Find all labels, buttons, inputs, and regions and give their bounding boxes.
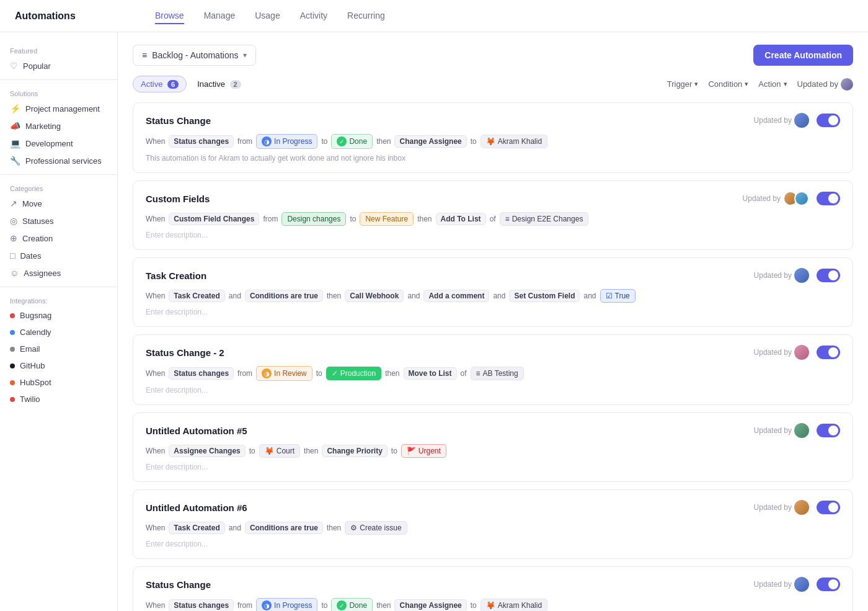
twilio-dot bbox=[10, 397, 15, 402]
trigger-chip-6: Task Created bbox=[169, 522, 224, 534]
to-word-7: to bbox=[321, 601, 327, 610]
to-word-1: to bbox=[321, 137, 327, 146]
sidebar-item-marketing[interactable]: 📣 Marketing bbox=[0, 117, 117, 135]
trigger-filter[interactable]: Trigger ▾ bbox=[667, 79, 699, 89]
then-word-2: then bbox=[417, 215, 432, 223]
trigger-chip-3: Task Created bbox=[169, 290, 224, 302]
sidebar-item-project-management[interactable]: ⚡ Project management bbox=[0, 100, 117, 117]
sidebar-dates-label: Dates bbox=[20, 251, 41, 261]
condition-filter[interactable]: Condition ▾ bbox=[708, 79, 748, 89]
card-7-toggle[interactable] bbox=[817, 578, 840, 591]
card-6-updated-by: Updated by bbox=[754, 500, 809, 515]
trigger-chip-7: Status changes bbox=[169, 599, 234, 611]
sidebar-popular-label: Popular bbox=[23, 61, 51, 71]
card-1-description: This automation is for Akram to actually… bbox=[146, 154, 840, 163]
card-7-header: Status Change Updated by bbox=[146, 577, 840, 592]
card-5-toggle[interactable] bbox=[817, 424, 840, 437]
filter-bar: Active 6 Inactive 2 Trigger ▾ Condition bbox=[133, 76, 853, 92]
tab-inactive[interactable]: Inactive 2 bbox=[189, 76, 249, 92]
to-word-4: to bbox=[316, 369, 322, 378]
then-word-5: then bbox=[304, 447, 318, 455]
status-green-icon-1: ✓ bbox=[337, 136, 347, 146]
action-label: Action bbox=[758, 79, 781, 89]
heart-icon: ♡ bbox=[10, 61, 18, 71]
filter-controls: Trigger ▾ Condition ▾ Action ▾ Updated b… bbox=[667, 78, 853, 91]
sidebar-creation-label: Creation bbox=[22, 234, 53, 243]
to-field-2: New Feature bbox=[360, 212, 414, 226]
github-label: GitHub bbox=[20, 361, 45, 370]
card-1-toggle[interactable] bbox=[817, 114, 840, 127]
sidebar-item-bugsnag[interactable]: Bugsnag bbox=[0, 307, 117, 324]
top-bar: Automations Browse Manage Usage Activity… bbox=[0, 0, 868, 32]
tab-recurring[interactable]: Recurring bbox=[347, 8, 385, 24]
tab-usage[interactable]: Usage bbox=[255, 8, 280, 24]
card-3-updated-by: Updated by bbox=[754, 268, 809, 283]
action-chip-7: Change Assignee bbox=[394, 599, 466, 611]
action-filter[interactable]: Action ▾ bbox=[758, 79, 787, 89]
creation-icon: ⊕ bbox=[10, 233, 17, 243]
card-4-header: Status Change - 2 Updated by bbox=[146, 345, 840, 360]
from-status-4: ◑ In Review bbox=[256, 366, 312, 381]
updated-by-filter[interactable]: Updated by bbox=[797, 78, 854, 91]
card-2-description: Enter description... bbox=[146, 231, 840, 239]
sidebar-item-professional-services[interactable]: 🔧 Professional services bbox=[0, 152, 117, 169]
create-automation-button[interactable]: Create Automation bbox=[753, 45, 853, 66]
list-selector[interactable]: ≡ Backlog - Automations ▾ bbox=[133, 45, 256, 66]
sidebar-item-calendly[interactable]: Calendly bbox=[0, 324, 117, 341]
tab-activity[interactable]: Activity bbox=[300, 8, 327, 24]
from-word-7: from bbox=[237, 601, 252, 610]
card-2-avatars bbox=[783, 191, 809, 206]
when-word-1: When bbox=[146, 137, 165, 146]
card-1-header: Status Change Updated by bbox=[146, 113, 840, 128]
card-3-toggle[interactable] bbox=[817, 269, 840, 282]
tab-browse[interactable]: Browse bbox=[155, 8, 184, 24]
then-word-1: then bbox=[376, 137, 391, 146]
updated-by-text-3: Updated by bbox=[754, 271, 792, 280]
card-2-body: When Custom Field Changes from Design ch… bbox=[146, 212, 840, 226]
card-6-toggle[interactable] bbox=[817, 501, 840, 514]
sidebar-item-dates[interactable]: □ Dates bbox=[0, 247, 117, 264]
flag-icon-5: 🚩 bbox=[407, 447, 416, 455]
card-2-updated-by: Updated by bbox=[743, 191, 809, 206]
card-3-description: Enter description... bbox=[146, 308, 840, 316]
active-label: Active bbox=[141, 79, 162, 89]
sidebar-item-popular[interactable]: ♡ Popular bbox=[0, 57, 117, 74]
trigger-label: Trigger bbox=[667, 79, 693, 89]
to-word-5: to bbox=[249, 447, 255, 455]
sidebar-item-statuses[interactable]: ◎ Statuses bbox=[0, 212, 117, 230]
when-word-4: When bbox=[146, 369, 165, 378]
automation-tabs: Active 6 Inactive 2 bbox=[133, 76, 249, 92]
tab-active[interactable]: Active 6 bbox=[133, 76, 187, 92]
sidebar-item-hubspot[interactable]: HubSpot bbox=[0, 374, 117, 391]
tab-manage[interactable]: Manage bbox=[204, 8, 236, 24]
to2-word-7: to bbox=[471, 601, 477, 610]
card-4-title: Status Change - 2 bbox=[146, 347, 224, 358]
card-6-avatar bbox=[794, 500, 809, 515]
sidebar-item-assignees[interactable]: ☺ Assignees bbox=[0, 264, 117, 282]
updated-by-avatar bbox=[841, 78, 853, 91]
sidebar-item-development[interactable]: 💻 Development bbox=[0, 135, 117, 152]
card-2-toggle[interactable] bbox=[817, 192, 840, 205]
card-6-title: Untitled Automation #6 bbox=[146, 502, 247, 513]
sidebar-item-email[interactable]: Email bbox=[0, 341, 117, 357]
assignee-emoji-7: 🦊 bbox=[486, 601, 495, 610]
automation-card-3: Task Creation Updated by When bbox=[133, 257, 853, 327]
sidebar-item-creation[interactable]: ⊕ Creation bbox=[0, 230, 117, 247]
bugsnag-dot bbox=[10, 313, 15, 318]
to-status-1: ✓ Done bbox=[331, 134, 373, 149]
card-2-avatar-2 bbox=[794, 191, 809, 206]
card-4-description: Enter description... bbox=[146, 386, 840, 395]
sidebar-item-twilio[interactable]: Twilio bbox=[0, 391, 117, 408]
sidebar-item-github[interactable]: GitHub bbox=[0, 357, 117, 374]
automation-card-7: Status Change Updated by When bbox=[133, 566, 853, 611]
assignee-emoji-5: 🦊 bbox=[265, 447, 274, 455]
sidebar-item-move[interactable]: ↗ Move bbox=[0, 195, 117, 212]
card-5-right: Updated by bbox=[754, 423, 840, 438]
main-header: ≡ Backlog - Automations ▾ Create Automat… bbox=[133, 45, 853, 66]
condition-label: Condition bbox=[708, 79, 742, 89]
true-chip-3: ☑ True bbox=[600, 289, 636, 303]
card-1-right: Updated by bbox=[754, 113, 840, 128]
to2-word-1: to bbox=[471, 137, 477, 146]
development-icon: 💻 bbox=[10, 138, 20, 148]
card-4-toggle[interactable] bbox=[817, 346, 840, 359]
